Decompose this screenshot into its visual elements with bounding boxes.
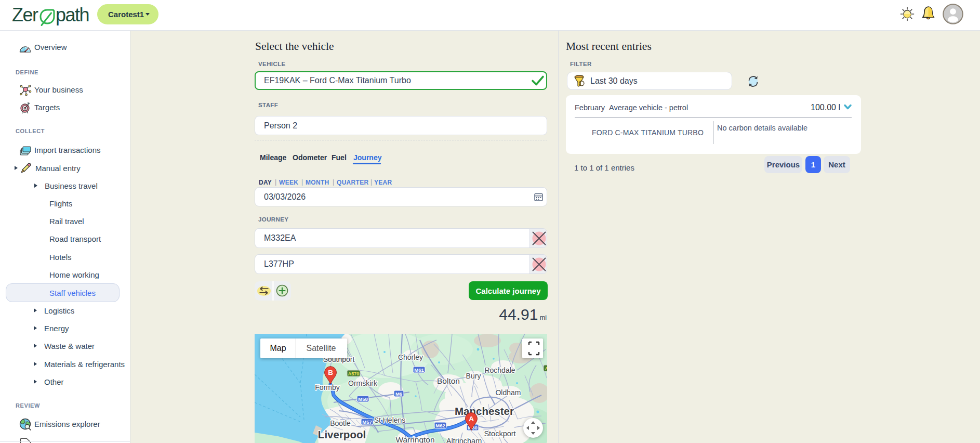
- svg-text:St Helens: St Helens: [374, 416, 406, 424]
- svg-text:Altrincham: Altrincham: [446, 437, 482, 443]
- svg-text:Chorley: Chorley: [398, 353, 423, 361]
- svg-text:A570: A570: [348, 371, 360, 376]
- svg-text:Formby: Formby: [315, 383, 339, 392]
- svg-text:Bury: Bury: [466, 372, 481, 380]
- svg-text:Satellite: Satellite: [307, 344, 336, 353]
- svg-text:M58: M58: [358, 396, 367, 402]
- svg-text:M57: M57: [362, 419, 372, 425]
- svg-text:B: B: [328, 369, 333, 376]
- svg-text:Manchester: Manchester: [455, 405, 514, 417]
- svg-text:M6: M6: [395, 391, 402, 397]
- svg-text:Liverpool: Liverpool: [318, 428, 366, 440]
- svg-text:Stockport: Stockport: [484, 429, 515, 438]
- svg-text:Map: Map: [270, 344, 286, 353]
- svg-text:Oldham: Oldham: [495, 388, 521, 397]
- svg-text:Bootle: Bootle: [330, 419, 351, 427]
- svg-text:Warrington: Warrington: [395, 435, 434, 443]
- svg-text:M61: M61: [414, 367, 424, 373]
- svg-text:Bolton: Bolton: [437, 376, 460, 385]
- svg-text:A: A: [545, 366, 547, 371]
- svg-text:A: A: [469, 415, 474, 423]
- svg-text:Rochdale: Rochdale: [484, 366, 515, 374]
- svg-text:Ormskirk: Ormskirk: [348, 379, 378, 387]
- svg-text:M62: M62: [435, 423, 445, 428]
